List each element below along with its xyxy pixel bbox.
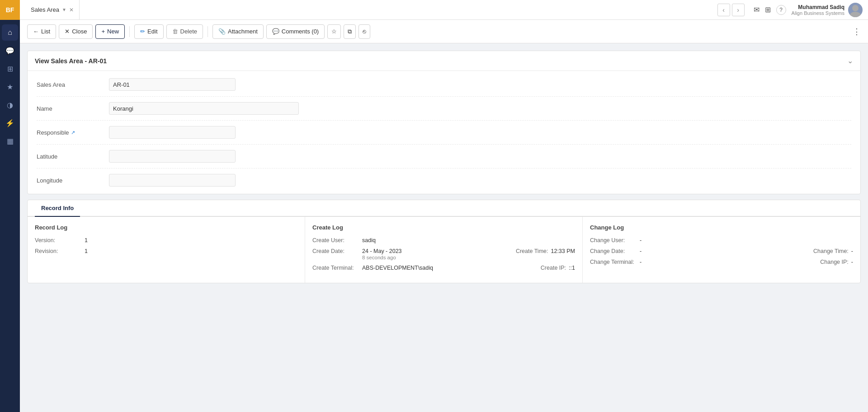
name-label: Name: [37, 105, 109, 112]
nav-prev-button[interactable]: ‹: [717, 4, 730, 16]
revision-value: 1: [85, 248, 88, 254]
sales-area-input[interactable]: [109, 78, 236, 91]
responsible-input[interactable]: [109, 126, 236, 139]
create-time-inline: Create Time: 12:33 PM: [402, 248, 575, 254]
change-time-inline: Change Time: -: [642, 248, 853, 254]
sidebar-item-chat[interactable]: 💬: [2, 42, 18, 59]
version-row: Version: 1: [35, 237, 297, 243]
toolbar: ← List ✕ Close + New ✏ Edit 🗑 Delete 📎 A…: [20, 20, 868, 43]
new-button[interactable]: + New: [95, 24, 125, 39]
latitude-input[interactable]: [109, 150, 236, 163]
dashboard-icon[interactable]: ⊞: [765, 5, 771, 14]
tab-label: Sales Area: [31, 6, 59, 13]
change-terminal-row: Change Terminal: - Change IP: -: [590, 259, 853, 265]
create-date-row: Create Date: 24 - May - 2023 8 seconds a…: [312, 248, 575, 260]
attachment-icon: 📎: [218, 28, 226, 35]
main-area: Sales Area ▼ ✕ ‹ › ✉ ⊞ ? Muhammad Sadiq …: [20, 0, 868, 412]
share-button[interactable]: ⎋: [359, 24, 370, 39]
create-ip-inline: Create IP: ::1: [433, 265, 575, 271]
create-time-label: Create Time:: [516, 248, 548, 254]
revision-label: Revision:: [35, 248, 85, 254]
edit-icon: ✏: [140, 28, 145, 35]
comments-button[interactable]: 💬 Comments (0): [266, 24, 325, 39]
user-info[interactable]: Muhammad Sadiq Align Business Systems: [792, 3, 863, 17]
external-link-icon[interactable]: ↗: [71, 130, 75, 136]
close-button[interactable]: ✕ Close: [59, 24, 93, 39]
attachment-button[interactable]: 📎 Attachment: [212, 24, 264, 39]
tab-sales-area[interactable]: Sales Area ▼ ✕: [25, 0, 80, 20]
mail-icon[interactable]: ✉: [754, 5, 760, 14]
delete-icon: 🗑: [172, 28, 178, 35]
sidebar-item-favorites[interactable]: ★: [2, 79, 18, 95]
svg-point-1: [850, 12, 861, 17]
sidebar-nav: ⌂ 💬 ⊞ ★ ◑ ⚡ ▦: [2, 20, 18, 412]
create-terminal-label: Create Terminal:: [312, 265, 362, 271]
user-avatar[interactable]: [848, 3, 863, 17]
collapse-icon[interactable]: ⌄: [847, 56, 853, 65]
tab-record-info[interactable]: Record Info: [35, 200, 80, 217]
user-name: Muhammad Sadiq: [792, 4, 844, 10]
user-company: Align Business Systems: [792, 10, 844, 16]
version-value: 1: [85, 237, 88, 243]
topbar-actions: ✉ ⊞ ? Muhammad Sadiq Align Business Syst…: [754, 3, 863, 17]
version-label: Version:: [35, 237, 85, 243]
change-user-row: Change User: -: [590, 237, 853, 243]
app-logo[interactable]: BF: [0, 0, 20, 20]
change-time-label: Change Time:: [813, 248, 849, 254]
tab-dropdown-icon[interactable]: ▼: [62, 7, 66, 12]
edit-button[interactable]: ✏ Edit: [134, 24, 163, 39]
create-terminal-row: Create Terminal: ABS-DEVELOPMENT\sadiq C…: [312, 265, 575, 271]
plus-icon: +: [101, 28, 105, 35]
sidebar-item-analytics[interactable]: ▦: [2, 133, 18, 149]
change-user-label: Change User:: [590, 237, 640, 243]
star-icon: ☆: [331, 28, 337, 35]
copy-button[interactable]: ⧉: [344, 24, 356, 39]
latitude-label: Latitude: [37, 153, 109, 160]
content: View Sales Area - AR-01 ⌄ Sales Area Nam…: [20, 43, 868, 412]
help-icon[interactable]: ?: [776, 5, 786, 15]
list-button[interactable]: ← List: [27, 24, 56, 39]
topbar: Sales Area ▼ ✕ ‹ › ✉ ⊞ ? Muhammad Sadiq …: [20, 0, 868, 20]
sidebar: BF ⌂ 💬 ⊞ ★ ◑ ⚡ ▦: [0, 0, 20, 412]
change-log-section: Change Log Change User: - Change Date: -…: [583, 217, 860, 283]
create-user-row: Create User: sadiq: [312, 237, 575, 243]
record-info-grid: Record Log Version: 1 Revision: 1 Create…: [28, 217, 860, 283]
responsible-row: Responsible ↗: [37, 126, 851, 145]
create-date-value: 24 - May - 2023: [362, 248, 402, 254]
change-ip-label: Change IP:: [820, 259, 849, 265]
star-button[interactable]: ☆: [327, 24, 341, 39]
tabs-section: Record Info Record Log Version: 1 Revisi…: [27, 200, 861, 283]
change-time-value: -: [851, 248, 853, 254]
change-date-label: Change Date:: [590, 248, 640, 254]
card-header: View Sales Area - AR-01 ⌄: [28, 51, 860, 71]
create-log-section: Create Log Create User: sadiq Create Dat…: [305, 217, 583, 283]
nav-next-button[interactable]: ›: [732, 4, 745, 16]
latitude-row: Latitude: [37, 150, 851, 169]
svg-point-0: [852, 5, 859, 11]
sidebar-item-home[interactable]: ⌂: [2, 24, 18, 41]
comments-icon: 💬: [272, 28, 279, 35]
revision-row: Revision: 1: [35, 248, 297, 254]
change-ip-inline: Change IP: -: [642, 259, 853, 265]
longitude-row: Longitude: [37, 174, 851, 187]
sidebar-item-reports[interactable]: ◑: [2, 97, 18, 113]
close-icon: ✕: [65, 28, 70, 35]
change-log-title: Change Log: [590, 224, 853, 231]
change-date-row: Change Date: - Change Time: -: [590, 248, 853, 254]
create-terminal-value: ABS-DEVELOPMENT\sadiq: [362, 265, 433, 271]
toolbar-divider-2: [208, 26, 208, 37]
list-icon: ←: [33, 28, 39, 35]
name-input[interactable]: [109, 102, 299, 115]
more-options-button[interactable]: ⋮: [853, 27, 861, 37]
longitude-input[interactable]: [109, 174, 236, 187]
delete-button[interactable]: 🗑 Delete: [166, 24, 203, 39]
sidebar-item-activity[interactable]: ⚡: [2, 115, 18, 131]
create-ip-label: Create IP:: [541, 265, 566, 271]
create-user-label: Create User:: [312, 237, 362, 243]
sidebar-item-apps[interactable]: ⊞: [2, 61, 18, 77]
create-date-block: 24 - May - 2023 8 seconds ago: [362, 248, 402, 260]
create-time-value: 12:33 PM: [551, 248, 575, 254]
create-date-ago: 8 seconds ago: [362, 255, 402, 260]
record-log-section: Record Log Version: 1 Revision: 1: [28, 217, 305, 283]
tab-close-icon[interactable]: ✕: [69, 7, 74, 13]
